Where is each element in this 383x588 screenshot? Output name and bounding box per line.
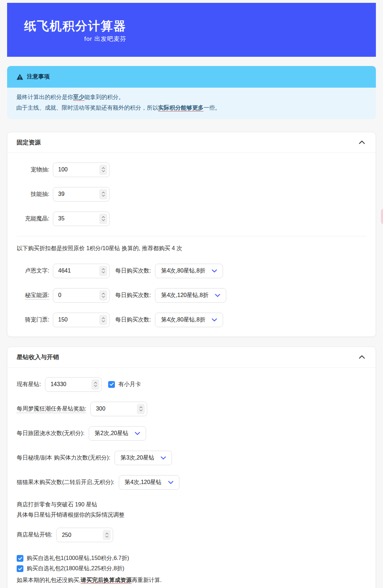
pack2-label: 购买自选礼包2(1800星钻,225积分,8折) (27, 565, 124, 572)
field-label: 每周梦魇狂潮任务星钻奖励: (17, 405, 86, 413)
monthly-card-label: 有小月卡 (118, 381, 141, 388)
pack1-label: 购买自选礼包1(1000星钻,150积分,6.7折) (27, 555, 129, 562)
number-stepper[interactable] (99, 315, 107, 325)
fixed-resources-header: 固定资源 (7, 132, 376, 153)
daily-purchase-label: 每日购买次数: (115, 316, 151, 324)
purchase-row-mount-ticket: 骑宠门票: 150 每日购买次数: 第4次,80星钻,8折 (17, 313, 366, 327)
field-row-skill-draw: 技能抽: 39 (17, 187, 366, 202)
fixed-resources-card: 固定资源 宠物抽: 100 技能抽: (7, 132, 376, 337)
stamina-row: 每日秘境/副本 购买体力次数(无积分): 第3次,20星钻 (17, 451, 366, 465)
field-row-energy-crystal: 充能魔晶: 35 (17, 211, 366, 226)
chevron-up-icon (359, 355, 365, 359)
current-diamond-input[interactable]: 14330 (45, 377, 102, 392)
field-label: 每日旅团浇水次数(无积分): (17, 430, 84, 437)
watering-times-select[interactable]: 第2次,20星钻 (89, 426, 146, 441)
number-stepper[interactable] (91, 379, 99, 390)
treasure-energy-input[interactable]: 0 (53, 288, 110, 303)
final-emphasis: 请买完后换算成资源 (81, 577, 132, 583)
purchase-row-rune-text: 卢恩文字: 4641 每日购买次数: 第4次,80星钻,8折 (17, 264, 366, 278)
field-label: 骑宠门票: (17, 316, 49, 324)
diamond-card: 星钻收入与开销 现有星钻: 14330 (7, 347, 376, 588)
shop-expense-row: 商店星钻开销: 250 (17, 528, 366, 542)
pet-draw-input[interactable]: 100 (53, 163, 110, 177)
pack2-checkbox[interactable] (17, 565, 23, 572)
number-stepper[interactable] (99, 290, 107, 301)
notice-header: 注意事项 (7, 66, 376, 88)
field-label: 秘宝能源: (17, 292, 49, 299)
notice-emphasis-1: 至少 (73, 94, 84, 100)
page-title: 纸飞机积分计算器 (24, 19, 126, 33)
page-subtitle: for 出发吧麦芬 (24, 35, 126, 43)
shop-expense-input[interactable]: 250 (56, 528, 113, 542)
field-row-pet-draw: 宠物抽: 100 (17, 163, 366, 177)
chevron-down-icon (168, 481, 173, 484)
chevron-up-icon (359, 141, 365, 144)
weekly-nightmare-input[interactable]: 300 (90, 402, 147, 416)
field-label: 猫猫果木购买次数(二转后开启,无积分): (17, 479, 115, 486)
title-wrap: 纸飞机积分计算器 for 出发吧麦芬 (7, 3, 126, 43)
number-stepper[interactable] (103, 530, 111, 540)
field-label: 每日秘境/副本 购买体力次数(无积分): (17, 454, 110, 462)
field-label: 商店星钻开销: (17, 531, 52, 539)
fixed-resources-title: 固定资源 (17, 138, 41, 147)
field-label: 充能魔晶: (17, 215, 49, 222)
number-stepper[interactable] (99, 266, 107, 276)
pack-final-note: 如果本期的礼包还没购买,请买完后换算成资源再重新计算. (17, 577, 366, 584)
daily-purchase-label: 每日购买次数: (115, 292, 151, 299)
fixed-resources-body: 宠物抽: 100 技能抽: 39 (7, 153, 376, 336)
treasure-energy-times-select[interactable]: 第4次,120星钻,8折 (155, 288, 226, 303)
pack1-checkbox[interactable] (17, 555, 23, 562)
number-stepper[interactable] (137, 404, 145, 414)
collapse-button[interactable] (357, 354, 366, 360)
app-header: 纸飞机积分计算器 for 出发吧麦芬 (7, 3, 376, 57)
notice-title: 注意事项 (27, 73, 50, 81)
skill-draw-input[interactable]: 39 (53, 187, 110, 202)
chevron-down-icon (212, 269, 217, 273)
field-label: 现有星钻: (17, 381, 41, 388)
number-stepper[interactable] (99, 189, 107, 199)
stamina-times-select[interactable]: 第3次,20星钻 (115, 451, 172, 465)
chevron-down-icon (135, 432, 140, 435)
diamond-card-body: 现有星钻: 14330 有小月卡 每周梦魇狂潮任务星钻奖励: 300 (7, 368, 376, 588)
current-diamond-row: 现有星钻: 14330 有小月卡 (17, 377, 366, 392)
shop-note-line-1: 商店打折零食与突破石 190 星钻 (17, 500, 366, 510)
notice-card: 注意事项 最终计算出的积分是你至少能拿到的积分。 由于主线、成就、限时活动等奖励… (7, 66, 376, 119)
pack2-row: 购买自选礼包2(1800星钻,225积分,8折) (17, 565, 366, 572)
daily-purchase-label: 每日购买次数: (115, 267, 151, 275)
field-label: 卢恩文字: (17, 267, 49, 275)
notice-line-1: 最终计算出的积分是你至少能拿到的积分。 (16, 92, 367, 103)
rune-text-input[interactable]: 4641 (53, 264, 110, 278)
cat-fruit-times-select[interactable]: 第4次,120星钻 (119, 475, 179, 490)
diamond-card-header: 星钻收入与开销 (7, 347, 376, 368)
number-stepper[interactable] (99, 214, 107, 224)
watering-row: 每日旅团浇水次数(无积分): 第2次,20星钻 (17, 426, 366, 441)
energy-crystal-input[interactable]: 35 (53, 211, 110, 226)
mount-ticket-input[interactable]: 150 (53, 313, 110, 327)
edge-peek-element[interactable] (381, 209, 383, 224)
field-label: 宠物抽: (17, 166, 49, 174)
shop-note-line-2: 具体每日星钻开销请根据你的实际情况调整 (17, 510, 366, 520)
diamond-card-title: 星钻收入与开销 (17, 353, 59, 361)
chevron-down-icon (212, 318, 217, 322)
notice-emphasis-2: 实际积分能够更多 (158, 105, 204, 111)
mount-ticket-times-select[interactable]: 第4次,80星钻,8折 (155, 313, 223, 327)
collapse-button[interactable] (357, 139, 366, 145)
notice-line-2: 由于主线、成就、限时活动等奖励还有额外的积分，所以实际积分能够更多一些。 (16, 103, 367, 113)
purchase-row-treasure-energy: 秘宝能源: 0 每日购买次数: 第4次,120星钻,8折 (17, 288, 366, 303)
number-stepper[interactable] (99, 165, 107, 175)
rune-text-times-select[interactable]: 第4次,80星钻,8折 (155, 264, 223, 278)
packs-block: 购买自选礼包1(1000星钻,150积分,6.7折) 购买自选礼包2(1800星… (17, 555, 366, 584)
shop-expense-note: 商店打折零食与突破石 190 星钻 具体每日星钻开销请根据你的实际情况调整 (17, 500, 366, 520)
weekly-nightmare-row: 每周梦魇狂潮任务星钻奖励: 300 (17, 402, 366, 416)
cat-fruit-row: 猫猫果木购买次数(二转后开启,无积分): 第4次,120星钻 (17, 475, 366, 490)
field-label: 技能抽: (17, 191, 49, 198)
chevron-down-icon (215, 294, 220, 297)
pack1-row: 购买自选礼包1(1000星钻,150积分,6.7折) (17, 555, 366, 562)
chevron-down-icon (161, 456, 166, 460)
monthly-card-checkbox[interactable] (108, 381, 115, 388)
discount-note: 以下购买折扣都是按照原价 1积分/10星钻 换算的, 推荐都购买 4 次 (17, 245, 366, 252)
warning-icon (16, 73, 23, 80)
notice-body: 最终计算出的积分是你至少能拿到的积分。 由于主线、成就、限时活动等奖励还有额外的… (7, 88, 376, 119)
divider (17, 236, 366, 236)
